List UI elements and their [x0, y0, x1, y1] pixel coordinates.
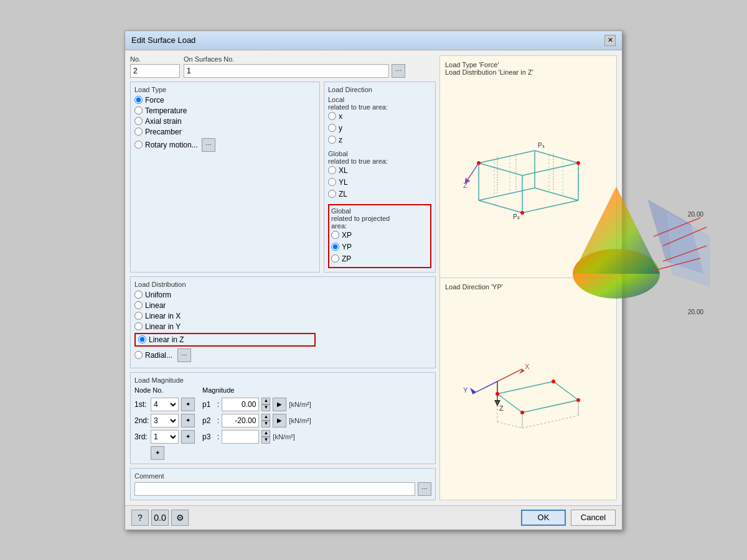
radio-linear-input[interactable] — [134, 301, 143, 309]
radio-linear: Linear — [134, 301, 316, 310]
mag-row-1: p1 : ▲ ▼ ▶ [kN/m²] — [202, 398, 311, 411]
dialog-body: No. On Surfaces No. ⋯ Load Type — [125, 50, 622, 505]
node2-pick-button[interactable]: ✦ — [181, 414, 195, 427]
p2-spin-down[interactable]: ▼ — [261, 421, 270, 427]
node1-select[interactable]: 4 1 2 3 — [151, 398, 179, 411]
p2-label: p2 — [202, 416, 215, 425]
p1-spin-down[interactable]: ▼ — [261, 404, 270, 411]
no-field-group: No. — [130, 55, 180, 78]
radio-xl: XL — [328, 166, 431, 175]
radio-xp-input[interactable] — [331, 231, 339, 239]
load-magnitude-title: Load Magnitude — [134, 376, 431, 384]
radio-linear-z-row: Linear in Z — [134, 333, 316, 347]
ok-button[interactable]: OK — [521, 510, 566, 526]
svg-rect-0 — [460, 126, 597, 225]
units-button[interactable]: 0.0 — [151, 510, 169, 526]
radio-precamber-input[interactable] — [134, 128, 143, 136]
radial-browse-button[interactable]: ⋯ — [177, 348, 191, 362]
dialog-titlebar: Edit Surface Load ✕ — [125, 31, 622, 50]
surfaces-input[interactable] — [184, 64, 389, 78]
right-panel-top: Load Type 'Force' Load Distribution 'Lin… — [440, 56, 616, 278]
global-true-area-label: Global related to true area: — [328, 150, 431, 165]
p1-spinner[interactable]: ▲ ▼ — [261, 398, 270, 411]
p2-spin-up[interactable]: ▲ — [261, 414, 270, 421]
svg-text:P₁: P₁ — [538, 142, 545, 149]
top-diagram-svg: Z P₁ P₂ — [460, 126, 597, 225]
svg-text:Y: Y — [463, 386, 468, 394]
radio-linear-y-label: Linear in Y — [145, 322, 181, 331]
svg-point-12 — [576, 161, 580, 165]
radio-axial-input[interactable] — [134, 117, 143, 125]
radio-y-label: y — [339, 124, 342, 133]
top-caption: Load Type 'Force' Load Distribution 'Lin… — [445, 61, 611, 76]
right-panel: Load Type 'Force' Load Distribution 'Lin… — [439, 55, 617, 500]
radio-temperature-input[interactable] — [134, 106, 143, 114]
radio-rotary-input[interactable] — [134, 141, 143, 149]
svg-marker-44 — [666, 212, 710, 286]
p2-input[interactable] — [222, 414, 259, 427]
radio-y-input[interactable] — [328, 124, 336, 132]
svg-line-45 — [654, 218, 700, 236]
node-row-1: 1st: 4 1 2 3 ✦ — [134, 398, 195, 411]
rotary-browse-button[interactable]: ⋯ — [202, 138, 215, 152]
node2-select[interactable]: 3 1 2 4 — [151, 414, 179, 427]
p3-spin-up[interactable]: ▲ — [261, 430, 270, 437]
cancel-button[interactable]: Cancel — [571, 510, 616, 526]
node-row-3: 3rd: 1 2 3 4 ✦ — [134, 430, 195, 444]
type-direction-row: Load Type Force Temperature Axial strain — [130, 82, 436, 273]
comment-title: Comment — [134, 472, 431, 480]
radio-zp-input[interactable] — [331, 254, 339, 263]
svg-text:X: X — [525, 363, 530, 370]
radio-yp-input[interactable] — [331, 243, 339, 251]
svg-line-47 — [663, 246, 707, 261]
radio-uniform-input[interactable] — [134, 291, 143, 299]
radio-temperature-label: Temperature — [145, 106, 187, 115]
top-diagram-area: Z P₁ P₂ — [445, 78, 611, 273]
radio-yl-input[interactable] — [328, 178, 336, 186]
radio-linear-y-input[interactable] — [134, 322, 143, 330]
mag-col: Magnitude p1 : ▲ ▼ ▶ [kN/m²] — [202, 386, 311, 460]
p3-input[interactable] — [222, 430, 259, 444]
radio-linear-x-input[interactable] — [134, 312, 143, 320]
p1-arrow-button[interactable]: ▶ — [273, 398, 286, 411]
radio-x-input[interactable] — [328, 112, 336, 120]
comment-browse-button[interactable]: ⋯ — [418, 482, 431, 496]
third-label: 3rd: — [134, 432, 148, 441]
settings-button[interactable]: ⚙ — [171, 510, 189, 526]
p3-spinner[interactable]: ▲ ▼ — [261, 430, 270, 444]
radio-radial-input[interactable] — [134, 351, 143, 359]
p1-spin-up[interactable]: ▲ — [261, 398, 270, 404]
node1-pick-button[interactable]: ✦ — [181, 398, 195, 411]
node3-pick-button[interactable]: ✦ — [181, 430, 195, 444]
radio-z-input[interactable] — [328, 136, 336, 144]
radio-linear-x-label: Linear in X — [145, 312, 181, 320]
radio-xl-label: XL — [339, 166, 348, 175]
surfaces-browse-button[interactable]: ⋯ — [392, 64, 405, 78]
radio-linear-z-input[interactable] — [138, 335, 146, 343]
radio-xl-input[interactable] — [328, 166, 336, 174]
radio-xp-label: XP — [342, 231, 352, 240]
node3-select[interactable]: 1 2 3 4 — [151, 430, 179, 444]
global-true-options: XL YL ZL — [328, 166, 431, 200]
radio-xp: XP — [331, 231, 428, 240]
help-button[interactable]: ? — [131, 510, 149, 526]
global-proj-options: XP YP ZP — [331, 231, 428, 265]
surfaces-field-group: On Surfaces No. ⋯ — [184, 55, 405, 78]
svg-point-13 — [520, 211, 524, 215]
radio-zl-input[interactable] — [328, 190, 336, 198]
radio-axial-strain: Axial strain — [134, 117, 316, 126]
top-fields-row: No. On Surfaces No. ⋯ — [130, 55, 436, 78]
p2-arrow-button[interactable]: ▶ — [273, 414, 286, 427]
p2-spinner[interactable]: ▲ ▼ — [261, 414, 270, 427]
close-button[interactable]: ✕ — [604, 35, 616, 46]
p1-input[interactable] — [222, 398, 259, 411]
radio-force-input[interactable] — [134, 96, 143, 104]
p3-spin-down[interactable]: ▼ — [261, 437, 270, 444]
no-input[interactable] — [130, 64, 180, 78]
load-dist-title: Load Distribution — [134, 281, 431, 288]
comment-input[interactable] — [134, 482, 415, 496]
edit-surface-load-dialog: Edit Surface Load ✕ No. On Surfaces No. … — [125, 30, 622, 530]
load-type-title: Load Type — [134, 86, 316, 93]
magnitude-inner: Node No. 1st: 4 1 2 3 ✦ 2 — [134, 386, 431, 460]
nodes-extra-button[interactable]: ✦ — [151, 446, 164, 460]
